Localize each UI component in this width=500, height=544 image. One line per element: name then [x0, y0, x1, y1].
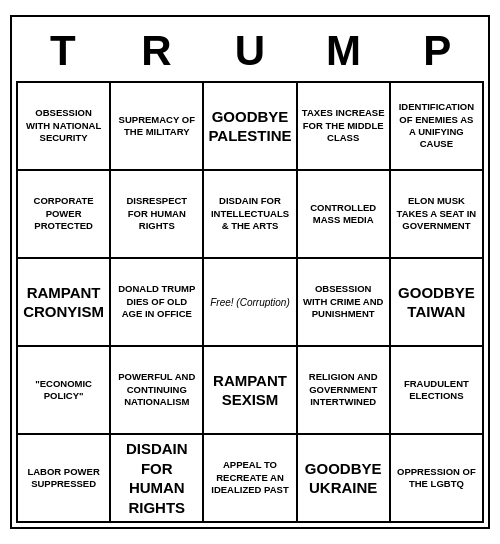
bingo-cell-18[interactable]: RELIGION AND GOVERNMENT INTERTWINED: [298, 347, 391, 435]
bingo-cell-23[interactable]: GOODBYE UKRAINE: [298, 435, 391, 523]
bingo-cell-12[interactable]: Free! (Corruption): [204, 259, 297, 347]
title-letter-m: M: [300, 27, 388, 75]
bingo-cell-14[interactable]: GOODBYE TAIWAN: [391, 259, 484, 347]
bingo-grid: OBSESSION WITH NATIONAL SECURITYSUPREMAC…: [16, 81, 484, 523]
bingo-cell-15[interactable]: "ECONOMIC POLICY": [18, 347, 111, 435]
title-letter-t: T: [19, 27, 107, 75]
bingo-cell-1[interactable]: SUPREMACY OF THE MILITARY: [111, 83, 204, 171]
bingo-cell-4[interactable]: IDENTIFICATION OF ENEMIES AS A UNIFYING …: [391, 83, 484, 171]
bingo-cell-13[interactable]: OBSESSION WITH CRIME AND PUNISHMENT: [298, 259, 391, 347]
bingo-cell-16[interactable]: POWERFUL AND CONTINUING NATIONALISM: [111, 347, 204, 435]
bingo-cell-9[interactable]: ELON MUSK TAKES A SEAT IN GOVERNMENT: [391, 171, 484, 259]
bingo-cell-3[interactable]: TAXES INCREASE FOR THE MIDDLE CLASS: [298, 83, 391, 171]
bingo-cell-8[interactable]: CONTROLLED MASS MEDIA: [298, 171, 391, 259]
bingo-cell-19[interactable]: FRAUDULENT ELECTIONS: [391, 347, 484, 435]
bingo-cell-21[interactable]: DISDAIN FOR HUMAN RIGHTS: [111, 435, 204, 523]
bingo-cell-2[interactable]: GOODBYE PALESTINE: [204, 83, 297, 171]
title-letter-u: U: [206, 27, 294, 75]
bingo-cell-10[interactable]: RAMPANT CRONYISM: [18, 259, 111, 347]
title-letter-r: R: [112, 27, 200, 75]
bingo-cell-6[interactable]: DISRESPECT FOR HUMAN RIGHTS: [111, 171, 204, 259]
bingo-cell-22[interactable]: APPEAL TO RECREATE AN IDEALIZED PAST: [204, 435, 297, 523]
bingo-title: T R U M P: [16, 21, 484, 81]
bingo-cell-17[interactable]: RAMPANT SEXISM: [204, 347, 297, 435]
bingo-cell-24[interactable]: OPPRESSION OF THE LGBTQ: [391, 435, 484, 523]
bingo-card: T R U M P OBSESSION WITH NATIONAL SECURI…: [10, 15, 490, 529]
bingo-cell-7[interactable]: DISDAIN FOR INTELLECTUALS & THE ARTS: [204, 171, 297, 259]
title-letter-p: P: [393, 27, 481, 75]
bingo-cell-11[interactable]: DONALD TRUMP DIES OF OLD AGE IN OFFICE: [111, 259, 204, 347]
bingo-cell-0[interactable]: OBSESSION WITH NATIONAL SECURITY: [18, 83, 111, 171]
bingo-cell-5[interactable]: CORPORATE POWER PROTECTED: [18, 171, 111, 259]
bingo-cell-20[interactable]: LABOR POWER SUPPRESSED: [18, 435, 111, 523]
